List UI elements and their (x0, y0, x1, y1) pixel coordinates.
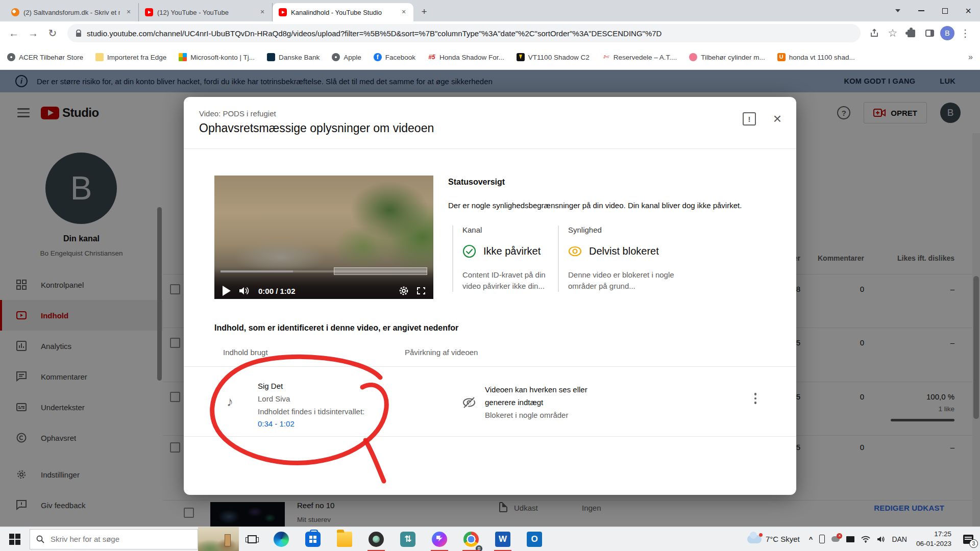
facebook-icon: f (374, 53, 382, 61)
player-progress-bar[interactable] (220, 270, 427, 272)
impact-line1: Videoen kan hverken ses eller (485, 385, 587, 394)
side-panel-icon[interactable] (922, 26, 937, 41)
taskbar-outlook[interactable]: O (519, 527, 550, 551)
reload-button[interactable]: ↻ (44, 24, 61, 42)
bookmarks-bar: ACER Tilbehør Store Importeret fra Edge … (0, 45, 980, 70)
file-explorer-icon (337, 532, 352, 547)
bookmark-honda-forum[interactable]: #5Honda Shadow For... (428, 53, 504, 61)
tab-youtube[interactable]: (12) YouTube - YouTube × (139, 3, 273, 21)
start-button[interactable] (0, 527, 30, 551)
speaker-icon[interactable] (877, 536, 885, 543)
fullscreen-icon[interactable] (417, 287, 425, 294)
taskbar-word[interactable]: W (487, 527, 519, 551)
send-feedback-icon[interactable]: ! (743, 112, 756, 126)
taskbar-sync-app[interactable] (392, 527, 424, 551)
copyright-modal: Video: PODS i refugiet Ophavsretsmæssige… (184, 97, 796, 495)
claimed-segment-marker (334, 267, 427, 275)
news-widget-image[interactable] (198, 527, 239, 551)
bookmark-acer[interactable]: ACER Tilbehør Store (7, 53, 83, 61)
windows-taskbar: B W O 7°C Skyet ^ DAN 17:25 06-01-2023 3 (0, 527, 980, 551)
extensions-icon[interactable] (903, 26, 919, 41)
tab-youtube-studio-active[interactable]: Kanalindhold - YouTube Studio × (273, 3, 413, 21)
window-controls: × (886, 0, 980, 21)
window-minimize-button[interactable] (910, 0, 933, 21)
visibility-status-value: Delvist blokeret (589, 245, 659, 257)
tab-close-icon[interactable]: × (258, 8, 267, 17)
taskbar-explorer[interactable] (329, 527, 360, 551)
tray-chevron-up-icon[interactable]: ^ (809, 535, 813, 543)
screen: (2) Saltvandsforum.dk - Skriv et n × (12… (0, 0, 980, 551)
bookmark-star-icon[interactable]: ☆ (885, 26, 900, 41)
bookmark-imported-edge[interactable]: Importeret fra Edge (95, 53, 166, 61)
channel-column-label: Kanal (462, 226, 552, 234)
action-center-button[interactable]: 3 (957, 527, 980, 551)
bookmarks-overflow-chevron[interactable]: » (968, 53, 973, 62)
share-icon[interactable] (867, 26, 882, 41)
progress-watched (220, 270, 293, 272)
phone-link-icon[interactable] (819, 535, 825, 543)
window-close-button[interactable]: × (957, 0, 980, 21)
browser-profile-avatar[interactable]: B (940, 26, 954, 40)
wifi-icon[interactable] (861, 536, 870, 543)
orange-u-icon: U (777, 53, 786, 61)
back-button[interactable]: ← (5, 24, 22, 42)
eye-warning-icon (568, 244, 582, 258)
claim-menu-icon[interactable] (749, 393, 762, 404)
taskbar-clock[interactable]: 17:25 06-01-2023 (911, 530, 957, 548)
new-tab-button[interactable]: + (416, 5, 432, 20)
edge-icon (274, 532, 289, 547)
bookmark-apple[interactable]: Apple (332, 53, 361, 61)
messenger-icon (432, 532, 447, 547)
taskbar-messenger[interactable] (424, 527, 455, 551)
language-indicator[interactable]: DAN (892, 535, 907, 543)
taskbar-weather[interactable]: 7°C Skyet (742, 535, 805, 543)
tab-search-chevron-icon[interactable] (886, 0, 910, 21)
onedrive-error-icon[interactable] (831, 536, 840, 542)
bookmark-facebook[interactable]: fFacebook (374, 53, 415, 61)
search-input[interactable] (50, 534, 172, 544)
bookmark-reservedele[interactable]: ✄Reservedele – A.T.... (602, 53, 677, 61)
claim-artist: Lord Siva (258, 394, 290, 403)
tab-close-icon[interactable]: × (124, 8, 133, 17)
impact-line2: generere indtægt (485, 398, 543, 407)
visibility-status-note: Denne video er blokeret i nogle områder … (568, 269, 675, 292)
taskbar-chrome[interactable]: B (455, 527, 487, 551)
modal-close-icon[interactable]: × (771, 112, 784, 126)
task-view-button[interactable] (239, 527, 265, 551)
taskbar-edge[interactable] (265, 527, 297, 551)
taskbar-media-app[interactable] (360, 527, 392, 551)
taskbar-store[interactable] (297, 527, 329, 551)
content-used-column-header: Indhold brugt (223, 348, 268, 357)
url-text[interactable]: studio.youtube.com/channel/UC4nrI-UbuBTQ… (87, 29, 662, 38)
browser-menu-icon[interactable]: ⋮ (958, 26, 973, 41)
status-visibility-column: Synlighed Delvist blokeret Denne video e… (558, 226, 675, 292)
channel-status-note: Content ID-kravet på din video påvirker … (462, 269, 552, 292)
tab-saltvandsforum[interactable]: (2) Saltvandsforum.dk - Skriv et n × (5, 3, 139, 21)
toolbar-actions: ☆ B ⋮ (867, 26, 975, 41)
microsoft-icon (179, 53, 187, 61)
bookmark-danske-bank[interactable]: Danske Bank (267, 53, 320, 61)
claim-interval-link[interactable]: 0:34 - 1:02 (258, 419, 295, 428)
window-maximize-button[interactable] (933, 0, 957, 21)
globe-icon (7, 53, 15, 61)
volume-icon[interactable] (239, 286, 250, 295)
display-icon[interactable] (846, 536, 854, 542)
address-bar[interactable]: studio.youtube.com/channel/UC4nrI-UbuBTQ… (67, 24, 861, 42)
youtube-studio-page: i Der er større risiko for, at din konto… (0, 70, 980, 527)
chrome-profile-badge: B (475, 545, 483, 551)
player-settings-gear-icon[interactable] (399, 286, 409, 296)
bookmark-honda-vt[interactable]: Uhonda vt 1100 shad... (777, 53, 855, 61)
player-time: 0:00 / 1:02 (258, 287, 296, 295)
taskbar-search[interactable] (30, 529, 198, 549)
bookmark-tilbehor[interactable]: Tilbehør cylinder m... (689, 53, 765, 61)
forward-button[interactable]: → (24, 24, 42, 42)
impact-note: Blokeret i nogle områder (485, 411, 568, 419)
youtube-favicon-icon (145, 8, 153, 16)
bookmark-vt1100[interactable]: VT1100 Shadow C2 (517, 53, 590, 61)
tab-close-icon[interactable]: × (399, 8, 408, 17)
play-icon[interactable] (223, 286, 231, 296)
folder-icon (95, 53, 104, 61)
bookmark-microsoft[interactable]: Microsoft-konto | Tj... (179, 53, 255, 61)
claim-song-title: Sig Det (258, 382, 283, 390)
video-player[interactable]: 0:00 / 1:02 (214, 176, 433, 299)
